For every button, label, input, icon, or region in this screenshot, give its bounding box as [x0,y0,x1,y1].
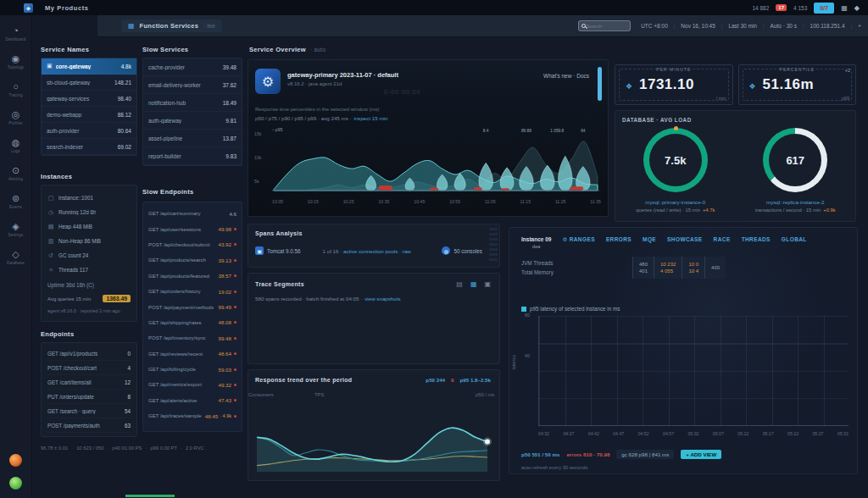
metric-chip[interactable]: + ADD VIEW [681,450,721,459]
list-view-icon[interactable]: ▤ [456,280,463,288]
metric-tab[interactable]: MQE [643,236,656,243]
instance-attr-row[interactable]: ▤ Heap 448 MiB [47,219,131,234]
grid-x-tick: 04:57 [663,431,674,436]
instance-attr-row[interactable]: ≡ Threads 117 [47,263,131,277]
metric-chip[interactable]: p50 551 / 50 ms [521,451,559,457]
service-list-item[interactable]: search-indexer 69.02 [42,139,136,155]
instance-attr-row[interactable]: ▥ Non-Heap 86 MiB [47,234,131,248]
slow-endpoint-row[interactable]: GET /api/traces/sample 48.45 · 4.9k [148,408,236,423]
panel-scroll-stripes[interactable] [489,228,498,263]
endpoint-row[interactable]: POST /checkout/cart 4 [47,361,131,375]
endpoint-row[interactable]: POST /payments/auth 63 [47,418,131,433]
toolbar-item[interactable]: + [845,23,861,29]
instance-attr-row[interactable]: ◷ Running 12d 6h [47,205,131,219]
instance-attr-row[interactable]: ▢ instance::1001 [47,191,131,205]
sidebar-item[interactable]: ◉ Topology [8,53,25,69]
metric-chip[interactable]: gc 628 p98 | 841 ms [616,450,674,459]
y-tick-40: 40 [525,353,530,358]
nav-chip-function-services[interactable]: ▦ Function Services · live [121,19,222,32]
slow-endpoint-row[interactable]: GET /api/products/featured 38.57 [148,268,236,284]
metric-tab[interactable]: ERRORS [606,236,632,243]
stat-card[interactable]: PER MINUTE ❖ 1731.10 / min [615,64,733,105]
slow-service-item[interactable]: notification-hub 18.49 [143,94,242,112]
slow-endpoint-row[interactable]: POST /api/inventory/sync 99.48 [148,330,236,346]
value-secondary: · 4.9k [220,413,231,418]
response-time-chart[interactable]: 8.489.881 059.864 [269,126,603,197]
metric-chip[interactable]: errors 810 · 70.98 [566,451,609,457]
inspect-link[interactable]: inspect 15 min [354,115,388,121]
service-list-item[interactable]: demo-webapp 88.12 [42,107,136,123]
tab-instance[interactable]: Instance 09 dea [521,236,551,249]
trend-col-label: Consumers [248,392,274,397]
instance-attr-row[interactable]: ↺ GC count 24 [47,248,131,263]
service-list-item[interactable]: auth-provider 80.64 [42,123,136,139]
donut-gauge: 7.5k [643,128,708,192]
slow-endpoint-row[interactable]: GET /api/cart/summary 4.6 [148,206,236,221]
attr-icon: ▢ [47,195,54,202]
toolbar-item[interactable]: 100.118.251.4 [797,23,845,29]
slow-service-item[interactable]: cache-provider 39.48 [143,58,242,76]
notification-badge[interactable]: 17 [776,4,787,11]
slow-endpoint-row[interactable]: GET /api/shipping/rates 48.08 [148,315,236,330]
scrollbar-thumb[interactable] [598,67,602,101]
service-list-item[interactable]: sb-cloud-gateway 148.21 [42,75,136,91]
power-icon[interactable]: ◆ [854,4,860,12]
toolbar-item[interactable]: UTC +8:00 [641,23,668,29]
spans-mid-link[interactable]: active connection pools · raw [343,248,411,254]
service-list-item[interactable]: ▣ core-gateway 4.8k [42,58,136,75]
sidebar-item[interactable]: ◍ Logs [11,137,20,153]
sidebar-item[interactable]: ○ Tracing [8,81,22,97]
service-list-item[interactable]: gateway-services 98.40 [42,91,136,107]
slow-endpoint-row[interactable]: GET /api/billing/cycle 59.03 [148,362,236,377]
slow-endpoint-row[interactable]: GET /api/reviews/recent 48.64 [148,346,236,362]
slow-endpoint-row[interactable]: GET /api/user/sessions 49.98 [148,221,236,236]
green-app-icon[interactable] [9,477,22,490]
sidebar-item[interactable]: ⊚ Events [9,193,22,209]
slow-endpoint-row[interactable]: GET /api/products/search 39.13 [148,252,236,268]
endpoint-row[interactable]: GET /cart/items/all 12 [47,375,131,390]
sidebar-item[interactable]: ◎ Profiles [8,109,23,125]
slow-endpoint-value: 49.32 [219,382,236,388]
gauge-caption-accent: +0.9k [823,208,835,213]
sidebar-item-label: Events [9,205,22,209]
latency-grid-chart[interactable] [538,316,849,426]
slow-endpoint-row[interactable]: POST /api/payment/methods 99.49 [148,299,236,314]
metric-tab[interactable]: RACE [714,236,731,243]
chart-view-icon[interactable]: ▦ [470,280,477,288]
header-link[interactable]: What's new · Docs [543,73,589,79]
search-box[interactable] [578,20,631,31]
orange-app-icon[interactable] [9,454,22,467]
slow-endpoint-row[interactable]: POST /api/checkout/submit 43.92 [148,237,236,252]
stat-card[interactable]: PERCENTILE ❖ 51.16m p99 +2 [738,64,857,105]
slow-service-item[interactable]: asset-pipeline 13.87 [143,130,242,147]
sidebar-item[interactable]: ◈ Settings [8,221,24,237]
metric-tab[interactable]: GLOBAL [782,236,807,243]
slow-service-item[interactable]: auth-gateway 9.81 [143,112,242,130]
trend-chart[interactable] [253,404,496,475]
expand-view-icon[interactable]: ▣ [484,280,491,288]
sidebar-item[interactable]: ⊙ Alerting [8,165,23,181]
metric-tab[interactable]: SHOWCASE [667,236,702,243]
toolbar-item[interactable]: Nov 16, 10:45 [668,23,715,29]
slow-endpoint-row[interactable]: GET /api/orders/history 19.02 [148,284,236,299]
sidebar-item[interactable]: ◇ Database [7,249,25,265]
instance-link[interactable]: mysql::replica-instance-2 [766,199,824,205]
quota-chip-button[interactable]: 0/7 [814,3,834,14]
search-input[interactable] [586,24,627,29]
instance-link[interactable]: mysql::primary-instance-0 [645,199,705,205]
slow-service-item[interactable]: report-builder 9.83 [143,147,242,165]
endpoint-row[interactable]: GET /api/v1/products 0 [47,346,131,361]
slow-endpoint-row[interactable]: GET /api/metrics/export 49.32 [148,377,236,392]
metric-tab[interactable]: ⚙RANGES [562,236,594,243]
endpoint-row[interactable]: GET /search · query 54 [47,404,131,418]
slow-endpoint-value: 59.03 [219,367,236,373]
metric-tab[interactable]: THREADS [742,236,771,243]
endpoint-row[interactable]: PUT /orders/update 8 [47,390,131,404]
slow-endpoint-row[interactable]: GET /api/alerts/active 47.43 [148,393,236,408]
toolbar-item[interactable]: Last 30 min [715,23,757,29]
view-snapshots-link[interactable]: view snapshots [364,296,400,302]
slow-service-item[interactable]: email-delivery-worker 37.62 [143,76,242,94]
sidebar-item[interactable]: ◔ Dashboard [6,25,26,42]
grid-icon[interactable]: ▦ [841,4,848,12]
toolbar-item[interactable]: Auto · 30 s [757,23,797,29]
